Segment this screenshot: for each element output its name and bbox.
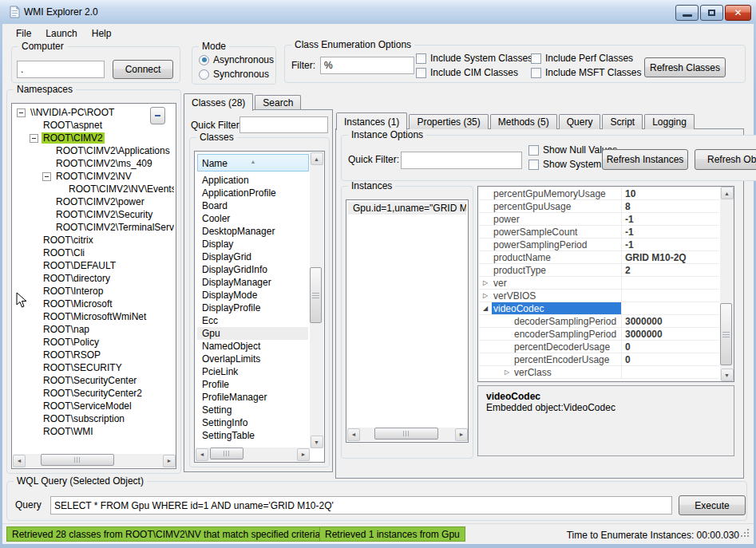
property-row[interactable]: ◢videoCodec bbox=[479, 302, 719, 315]
tree-item[interactable]: ROOT\SecurityCenter bbox=[14, 374, 174, 387]
class-list-item[interactable]: PcieLink bbox=[197, 365, 308, 378]
tab-classes-28-[interactable]: Classes (28) bbox=[184, 93, 253, 111]
class-list-item[interactable]: Display bbox=[197, 238, 308, 250]
class-list-item[interactable]: NamedObject bbox=[197, 340, 308, 353]
property-row[interactable]: decoderSamplingPeriod3000000 bbox=[479, 315, 719, 328]
tree-item[interactable]: ROOT\CIMV2\Applications bbox=[14, 144, 174, 157]
scroll-thumb[interactable] bbox=[210, 447, 243, 459]
class-list-item[interactable]: DisplayManager bbox=[197, 276, 308, 289]
tree-item[interactable]: ROOT\CIMV2 bbox=[14, 132, 174, 144]
tree-item[interactable]: ROOT\CIMV2\ms_409 bbox=[14, 157, 174, 170]
refresh-classes-button[interactable]: Refresh Classes bbox=[644, 57, 726, 77]
property-row[interactable]: powerSampleCount-1 bbox=[479, 226, 719, 239]
property-grid-vscrollbar[interactable]: ▲ ▼ bbox=[720, 187, 734, 381]
namespaces-hscrollbar[interactable]: ◄ ► bbox=[13, 454, 176, 467]
tree-item[interactable]: ROOT\CIMV2\TerminalServices bbox=[14, 221, 174, 234]
property-row[interactable]: ▷verVBIOS bbox=[479, 290, 719, 302]
tree-item[interactable]: ROOT\DEFAULT bbox=[14, 259, 174, 272]
checkbox-include-msft-classes[interactable]: Include MSFT Classes bbox=[531, 67, 642, 78]
class-list-item[interactable]: Cooler bbox=[197, 212, 308, 225]
checkbox-include-system-classes[interactable]: Include System Classes bbox=[416, 53, 532, 64]
class-list-item[interactable]: ApplicationProfile bbox=[197, 187, 308, 199]
tree-item[interactable]: ROOT\RSOP bbox=[14, 349, 174, 361]
radio-synchronous[interactable]: Synchronous bbox=[199, 69, 269, 80]
tree-item[interactable]: ROOT\SecurityCenter2 bbox=[14, 387, 174, 400]
scroll-thumb[interactable] bbox=[374, 428, 438, 440]
tree-item[interactable]: ROOT\directory bbox=[14, 272, 174, 285]
tree-item[interactable]: ROOT\ServiceModel bbox=[14, 400, 174, 412]
tab-methods-5-[interactable]: Methods (5) bbox=[490, 114, 557, 129]
close-button[interactable]: ✕ bbox=[725, 5, 751, 21]
classes-vscrollbar[interactable]: ▲ ▼ bbox=[310, 152, 323, 448]
property-row[interactable]: productType2 bbox=[479, 264, 719, 277]
tree-item[interactable]: ROOT\Interop bbox=[14, 285, 174, 298]
property-row[interactable]: percentGpuUsage8 bbox=[479, 200, 719, 213]
expander-icon[interactable]: ▷ bbox=[479, 279, 492, 286]
class-list-item[interactable]: DesktopManager bbox=[197, 225, 308, 238]
property-row[interactable]: productNameGRID M10-2Q bbox=[479, 251, 719, 264]
tree-expander-icon[interactable] bbox=[42, 172, 51, 181]
instance-list-item[interactable]: Gpu.id=1,uname="GRID M10-2Q" bbox=[348, 202, 466, 215]
classes-hscrollbar[interactable]: ◄ ► bbox=[196, 447, 310, 461]
scroll-thumb[interactable] bbox=[720, 303, 732, 365]
tree-expander-icon[interactable] bbox=[17, 108, 26, 117]
scroll-right-icon[interactable]: ► bbox=[163, 455, 176, 467]
collapse-tree-button[interactable] bbox=[150, 107, 165, 124]
tab-properties-35-[interactable]: Properties (35) bbox=[409, 114, 488, 129]
classes-quick-filter-input[interactable] bbox=[239, 116, 328, 133]
tab-script[interactable]: Script bbox=[602, 114, 643, 129]
property-row[interactable]: percentGpuMemoryUsage10 bbox=[479, 187, 719, 200]
tree-expander-icon[interactable] bbox=[30, 134, 38, 143]
scroll-up-icon[interactable]: ▲ bbox=[721, 187, 734, 199]
refresh-object-button[interactable]: Refresh Object bbox=[695, 149, 756, 170]
tree-item[interactable]: ROOT\CIMV2\NV bbox=[14, 170, 174, 183]
classes-list-header[interactable]: ▲ Name bbox=[197, 154, 309, 171]
tree-item[interactable]: ROOT\nap bbox=[14, 323, 174, 336]
property-row[interactable]: ▷verClass bbox=[479, 366, 719, 379]
property-row[interactable]: power-1 bbox=[479, 213, 719, 226]
filter-input[interactable]: % bbox=[320, 57, 414, 74]
tree-item[interactable]: ROOT\subscription bbox=[14, 412, 174, 425]
property-row[interactable]: powerSamplingPeriod-1 bbox=[479, 239, 719, 251]
class-list-item[interactable]: Profile bbox=[197, 378, 308, 391]
scroll-left-icon[interactable]: ◄ bbox=[196, 448, 208, 461]
scroll-left-icon[interactable]: ◄ bbox=[13, 455, 26, 467]
property-row[interactable]: percentDecoderUsage0 bbox=[479, 341, 719, 353]
computer-input[interactable]: . bbox=[17, 61, 105, 78]
title-bar[interactable]: WMI Explorer 2.0 ✕ bbox=[0, 0, 756, 24]
class-list-item[interactable]: Application bbox=[197, 174, 308, 187]
radio-asynchronous[interactable]: Asynchronous bbox=[199, 54, 274, 65]
class-list-item[interactable]: DisplayMode bbox=[197, 289, 308, 302]
minimize-button[interactable] bbox=[675, 5, 699, 21]
instances-hscrollbar[interactable]: ◄ ► bbox=[347, 428, 468, 441]
tree-item[interactable]: ROOT\Cli bbox=[14, 246, 174, 259]
tree-item[interactable]: ROOT\CIMV2\power bbox=[14, 195, 174, 208]
menu-item-launch[interactable]: Launch bbox=[46, 28, 77, 39]
scroll-down-icon[interactable]: ▼ bbox=[721, 369, 734, 381]
tree-item[interactable]: ROOT\Policy bbox=[14, 336, 174, 349]
maximize-button[interactable] bbox=[700, 5, 723, 21]
expander-icon[interactable]: ▷ bbox=[479, 292, 492, 299]
scroll-up-icon[interactable]: ▲ bbox=[311, 152, 323, 165]
menu-item-help[interactable]: Help bbox=[92, 28, 112, 39]
class-list-item[interactable]: SettingTable bbox=[197, 429, 308, 442]
resize-grip[interactable] bbox=[740, 529, 750, 538]
scroll-left-icon[interactable]: ◄ bbox=[347, 428, 360, 441]
query-input[interactable]: SELECT * FROM Gpu WHERE id=1 AND uname='… bbox=[50, 496, 672, 514]
tab-instances-1-[interactable]: Instances (1) bbox=[336, 112, 407, 130]
class-list-item[interactable]: DisplayGridInfo bbox=[197, 263, 308, 276]
scroll-right-icon[interactable]: ► bbox=[297, 448, 310, 461]
class-list-item[interactable]: Ecc bbox=[197, 314, 308, 327]
class-list-item[interactable]: Setting bbox=[197, 404, 308, 416]
scroll-thumb[interactable] bbox=[310, 267, 322, 323]
class-list-item[interactable]: OverlapLimits bbox=[197, 353, 308, 365]
class-list-item[interactable]: Gpu bbox=[197, 327, 308, 340]
checkbox-include-cim-classes[interactable]: Include CIM Classes bbox=[416, 67, 518, 78]
property-row[interactable]: ▷ver bbox=[479, 277, 719, 290]
scroll-thumb[interactable] bbox=[41, 454, 114, 466]
tab-search[interactable]: Search bbox=[255, 95, 301, 110]
menu-item-file[interactable]: File bbox=[16, 28, 31, 39]
tab-query[interactable]: Query bbox=[559, 114, 601, 129]
tree-item[interactable]: ROOT\Microsoft bbox=[14, 298, 174, 310]
tree-item[interactable]: ROOT\MicrosoftWmiNet bbox=[14, 310, 174, 323]
